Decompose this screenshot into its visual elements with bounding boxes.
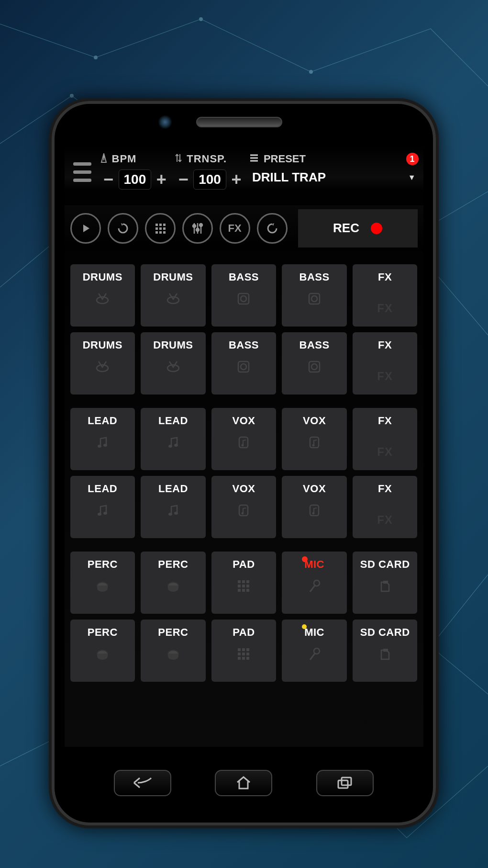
bpm-minus-button[interactable]: − — [100, 168, 118, 191]
svg-point-42 — [168, 513, 172, 516]
pad-lead[interactable]: LEAD — [141, 476, 206, 538]
svg-point-40 — [98, 513, 101, 516]
pad-pad[interactable]: PAD — [211, 620, 277, 682]
bpm-plus-button[interactable]: + — [152, 168, 170, 191]
note-icon — [166, 436, 180, 452]
transpose-plus-button[interactable]: + — [227, 168, 245, 191]
pad-bass[interactable]: BASS — [211, 264, 277, 327]
svg-point-1 — [199, 17, 203, 21]
transpose-label: TRNSP. — [187, 153, 227, 165]
loop-button[interactable] — [108, 213, 138, 244]
pad-vox[interactable]: VOX — [211, 408, 277, 470]
pad-label: LEAD — [88, 415, 117, 427]
svg-point-41 — [103, 512, 107, 515]
list-icon — [249, 153, 259, 165]
pad-vox[interactable]: VOX — [211, 476, 277, 538]
drum-icon — [95, 360, 110, 376]
grid-button[interactable] — [145, 213, 176, 244]
svg-rect-15 — [159, 231, 162, 234]
pad-fx[interactable]: FXFX — [353, 264, 418, 327]
pad-perc[interactable]: PERC — [141, 620, 206, 682]
perc-icon — [166, 579, 180, 596]
pad-drums[interactable]: DRUMS — [141, 332, 206, 395]
pad-label: PERC — [88, 626, 118, 639]
note-icon — [96, 504, 109, 520]
svg-rect-70 — [238, 653, 241, 655]
svg-point-19 — [200, 224, 202, 226]
svg-point-17 — [193, 225, 196, 227]
pad-label: PERC — [88, 558, 118, 571]
mixer-button[interactable] — [182, 213, 213, 244]
speaker-icon — [308, 292, 321, 309]
svg-point-34 — [168, 445, 172, 448]
pad-label: SD CARD — [360, 558, 410, 571]
preset-label: PRESET — [264, 153, 306, 165]
pad-perc[interactable]: PERC — [70, 552, 135, 614]
pad-bass[interactable]: BASS — [211, 332, 277, 395]
pad-bass[interactable]: BASS — [282, 332, 347, 395]
pad-perc[interactable]: PERC — [70, 620, 135, 682]
pad-mic[interactable]: MIC — [282, 552, 347, 614]
pad-label: VOX — [303, 483, 326, 495]
pad-lead[interactable]: LEAD — [141, 408, 206, 470]
svg-point-2 — [309, 70, 313, 74]
pad-drums[interactable]: DRUMS — [70, 332, 135, 395]
nav-recent-button[interactable] — [316, 770, 374, 796]
pad-vox[interactable]: VOX — [282, 408, 347, 470]
pad-fx[interactable]: FXFX — [353, 332, 418, 395]
pad-label: DRUMS — [153, 339, 193, 351]
pad-lead[interactable]: LEAD — [70, 408, 135, 470]
pad-drums[interactable]: DRUMS — [141, 264, 206, 327]
undo-button[interactable] — [257, 213, 288, 244]
sd-icon — [379, 579, 391, 596]
bpm-control: BPM − 100 + — [100, 153, 171, 191]
pad-group: PERCPERCPADMICSD CARDPERCPERCPADMICSD CA… — [70, 552, 418, 682]
pad-bass[interactable]: BASS — [282, 264, 347, 327]
pad-perc[interactable]: PERC — [141, 552, 206, 614]
fx-icon: FX — [377, 292, 393, 315]
svg-rect-71 — [242, 653, 245, 655]
vox-icon — [308, 504, 321, 520]
transpose-minus-button[interactable]: − — [174, 168, 192, 191]
vox-icon — [237, 504, 250, 520]
pad-vox[interactable]: VOX — [282, 476, 347, 538]
pad-group: DRUMSDRUMSBASSBASSFXFXDRUMSDRUMSBASSBASS… — [70, 264, 418, 395]
pads-area: DRUMSDRUMSBASSBASSFXFXDRUMSDRUMSBASSBASS… — [65, 251, 423, 682]
svg-rect-16 — [163, 231, 166, 234]
pad-drums[interactable]: DRUMS — [70, 264, 135, 327]
record-button[interactable]: REC — [298, 209, 418, 248]
pad-mic[interactable]: MIC — [282, 620, 347, 682]
svg-point-0 — [94, 56, 98, 59]
bpm-value[interactable]: 100 — [119, 169, 152, 190]
hamburger-menu-icon[interactable] — [69, 153, 96, 191]
pad-fx[interactable]: FXFX — [353, 408, 418, 470]
pad-label: FX — [378, 415, 392, 427]
phone-frame: BPM − 100 + TRNSP. − 100 + — [49, 98, 439, 828]
nav-back-button[interactable] — [114, 770, 171, 796]
pad-fx[interactable]: FXFX — [353, 476, 418, 538]
mic-icon — [308, 579, 321, 597]
svg-point-37 — [242, 444, 244, 447]
svg-point-3 — [70, 94, 74, 98]
fx-button[interactable]: FX — [220, 213, 250, 244]
transpose-value[interactable]: 100 — [193, 169, 226, 190]
notification-badge[interactable]: 1 — [406, 153, 419, 165]
pad-sd-card[interactable]: SD CARD — [353, 552, 418, 614]
sd-icon — [379, 647, 391, 664]
pad-sd-card[interactable]: SD CARD — [353, 620, 418, 682]
svg-rect-11 — [155, 227, 158, 230]
preset-selector[interactable]: DRILL TRAP ▼ — [249, 168, 419, 185]
svg-point-31 — [311, 364, 317, 370]
pad-label: FX — [378, 483, 392, 495]
pad-pad[interactable]: PAD — [211, 552, 277, 614]
top-bar: BPM − 100 + TRNSP. − 100 + — [65, 146, 423, 191]
svg-rect-69 — [246, 648, 249, 651]
nav-home-button[interactable] — [215, 770, 272, 796]
play-button[interactable] — [70, 213, 101, 244]
pad-row: PERCPERCPADMICSD CARD — [70, 620, 418, 682]
note-icon — [96, 436, 109, 452]
fx-icon: FX — [377, 504, 393, 527]
perc-icon — [95, 647, 110, 664]
pad-label: VOX — [233, 483, 255, 495]
pad-lead[interactable]: LEAD — [70, 476, 135, 538]
